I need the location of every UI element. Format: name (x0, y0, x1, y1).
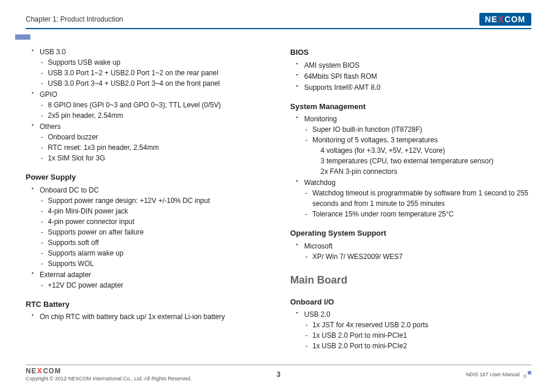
main-board-head: Main Board (290, 272, 531, 288)
page-header: Chapter 1: Product Introduction NEXCOM (26, 13, 531, 29)
footer-logo: NEXCOM (26, 367, 192, 375)
footer-left: NEXCOM Copyright © 2012 NEXCOM Internati… (26, 367, 192, 382)
spec-list-bios: AMI system BIOS64Mbits SPI flash ROMSupp… (290, 60, 531, 93)
spec-list-os: MicrosoftXP/ Win 7/ WES2009/ WES7 (290, 241, 531, 262)
sub-list-item: 1x USB 2.0 Port to mini-PCIe1 (305, 330, 531, 341)
rtc-battery-head: RTC Battery (26, 299, 267, 310)
sub-list: Supports USB wake upUSB 3.0 Port 1~2 + U… (40, 57, 267, 89)
spec-list-io: USB 3.0Supports USB wake upUSB 3.0 Port … (26, 47, 267, 163)
page-footer: NEXCOM Copyright © 2012 NEXCOM Internati… (26, 365, 531, 382)
sub-list: Watchdog timeout is programmable by soft… (304, 188, 531, 219)
sys-mgmt-head: System Management (290, 101, 531, 113)
logo-part-a: NE (485, 15, 497, 24)
page-number: 3 (277, 370, 281, 379)
sub-list-item: Super IO built-in function (IT8728F) (305, 124, 531, 135)
sub-list: 8 GPIO lines (GPI 0~3 and GPO 0~3); TTL … (40, 100, 267, 121)
list-item: On chip RTC with battery back up/ 1x ext… (34, 312, 267, 322)
sub-list-item: 1x USB 2.0 Port to mini-PCIe2 (305, 341, 531, 351)
list-item: OthersOnboard buzzerRTC reset: 1x3 pin h… (34, 121, 267, 163)
sub-list-item: USB 3.0 Port 1~2 + USB2.0 Port 1~2 on th… (41, 68, 267, 78)
footer-squares-icon (523, 371, 531, 378)
list-item: MicrosoftXP/ Win 7/ WES2009/ WES7 (298, 241, 531, 262)
sub-list-item: Supports USB wake up (41, 57, 267, 68)
list-item: External adapter+12V DC power adapter (34, 270, 267, 290)
spec-list-rtc: On chip RTC with battery back up/ 1x ext… (26, 312, 267, 322)
sub-list-item: USB 3.0 Port 3~4 + USB2.0 Port 3~4 on th… (41, 78, 267, 89)
spec-list-power: Onboard DC to DCSupport power range desi… (26, 185, 267, 290)
list-item: GPIO8 GPIO lines (GPI 0~3 and GPO 0~3); … (34, 89, 267, 121)
sub-list: +12V DC power adapter (40, 280, 267, 290)
sub-list-item: Watchdog timeout is programmable by soft… (305, 188, 531, 209)
spec-list-io2: USB 2.01x JST for 4x reserved USB 2.0 po… (290, 309, 531, 351)
bios-head: BIOS (290, 47, 531, 58)
sub-list-item: 4-pin Mini-DIN power jack (41, 206, 267, 216)
os-support-head: Operating System Support (290, 228, 531, 239)
sub-list: Support power range design: +12V +/-10% … (40, 195, 267, 269)
list-item: Supports Intel® AMT 8.0 (298, 82, 531, 93)
list-item: USB 2.01x JST for 4x reserved USB 2.0 po… (298, 309, 531, 351)
sub-list-item: Supports alarm wake up (41, 248, 267, 258)
sub-list-item: Monitoring of 5 voltages, 3 temperatures… (305, 135, 531, 177)
footer-right: NDiS 167 User Manual (466, 371, 531, 378)
sub-list-item: 1x SIM Slot for 3G (41, 153, 267, 163)
list-item: MonitoringSuper IO built-in function (IT… (298, 114, 531, 177)
sub-list: XP/ Win 7/ WES2009/ WES7 (304, 251, 531, 262)
sub-list-item: Supports soft off (41, 237, 267, 248)
logo-part-b: COM (504, 15, 525, 24)
sub-list-item: Tolerance 15% under room temperature 25°… (305, 209, 531, 219)
list-item: AMI system BIOS (298, 60, 531, 71)
sub-list: 1x JST for 4x reserved USB 2.0 ports1x U… (304, 320, 531, 351)
list-item: Onboard DC to DCSupport power range desi… (34, 185, 267, 269)
sub-list-item: Onboard buzzer (41, 132, 267, 142)
sub-list-item: Supports power on after failure (41, 227, 267, 237)
sub-list-item: 1x JST for 4x reserved USB 2.0 ports (305, 320, 531, 330)
brand-logo: NEXCOM (479, 13, 531, 26)
sub-list-item: Support power range design: +12V +/-10% … (41, 195, 267, 206)
power-supply-head: Power Supply (26, 172, 267, 183)
logo-part-x: X (498, 15, 504, 24)
sub-list-item: 2x5 pin header, 2.54mm (41, 110, 267, 121)
sub-list: Super IO built-in function (IT8728F)Moni… (304, 124, 531, 177)
onboard-io-head: Onboard I/O (290, 296, 531, 308)
sub-list-item: 8 GPIO lines (GPI 0~3 and GPO 0~3); TTL … (41, 100, 267, 110)
manual-name: NDiS 167 User Manual (466, 372, 520, 377)
content-columns: USB 3.0Supports USB wake upUSB 3.0 Port … (26, 47, 531, 352)
sub-list: Onboard buzzerRTC reset: 1x3 pin header,… (40, 132, 267, 163)
sub-list-item: 4-pin power connector input (41, 216, 267, 227)
copyright-text: Copyright © 2012 NEXCOM International Co… (26, 376, 192, 382)
list-item: 64Mbits SPI flash ROM (298, 71, 531, 82)
left-column: USB 3.0Supports USB wake upUSB 3.0 Port … (26, 47, 267, 352)
chapter-title: Chapter 1: Product Introduction (26, 15, 123, 23)
right-column: BIOS AMI system BIOS64Mbits SPI flash RO… (290, 47, 531, 352)
accent-bar (15, 34, 30, 40)
spec-list-sys: MonitoringSuper IO built-in function (IT… (290, 114, 531, 219)
sub-list-item: Supports WOL (41, 258, 267, 269)
sub-list-item: RTC reset: 1x3 pin header, 2.54mm (41, 142, 267, 153)
list-item: WatchdogWatchdog timeout is programmable… (298, 177, 531, 219)
sub-list-item: XP/ Win 7/ WES2009/ WES7 (305, 251, 531, 262)
list-item: USB 3.0Supports USB wake upUSB 3.0 Port … (34, 47, 267, 89)
sub-list-item: +12V DC power adapter (41, 280, 267, 290)
